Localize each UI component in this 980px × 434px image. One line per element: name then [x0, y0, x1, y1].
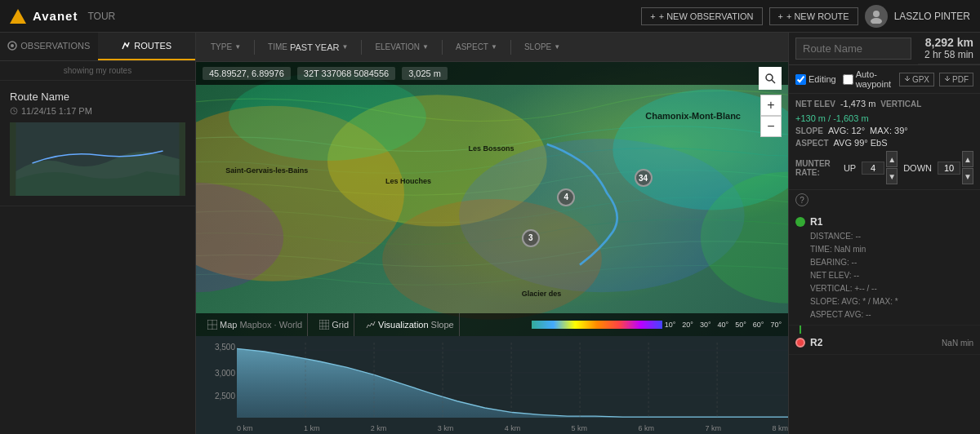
- vertical-label: VERTICAL: [880, 100, 921, 108]
- munter-down-increment[interactable]: ▲: [962, 151, 973, 167]
- waypoint-connector: [800, 326, 801, 334]
- svg-line-6: [14, 111, 16, 112]
- munter-down-input[interactable]: [938, 162, 960, 175]
- munter-down-stepper: ▲ ▼: [938, 151, 973, 184]
- svg-point-0: [873, 11, 880, 17]
- map-area[interactable]: 45.89527, 6.89976 32T 337068 5084556 3,0…: [196, 62, 788, 336]
- slope-label: SLOPE: [795, 126, 823, 135]
- time-filter-button[interactable]: TIME PAST YEAR ▼: [261, 39, 354, 55]
- munter-down-decrement[interactable]: ▼: [962, 168, 973, 184]
- route-marker-4[interactable]: 4: [557, 188, 575, 206]
- auto-waypoint-checkbox[interactable]: Auto-waypoint: [843, 69, 893, 89]
- munter-label: MUNTER RATE:: [795, 159, 840, 177]
- elevation-profile: 3,500 3,000 2,500 0 km 1 km 2 km 3 km 4 …: [196, 336, 788, 434]
- elev-y-3000: 3,000: [196, 369, 235, 378]
- app-tour-label: TOUR: [87, 11, 115, 22]
- munter-up-decrement[interactable]: ▼: [886, 168, 898, 184]
- tab-routes[interactable]: ROUTES: [98, 33, 196, 60]
- zoom-in-button[interactable]: +: [760, 95, 782, 116]
- route-list-item[interactable]: Route Name 11/24/15 1:17 PM: [0, 81, 195, 206]
- r1-bearing: BEARING: --: [810, 256, 973, 269]
- visualization-button[interactable]: Visualization Slope: [361, 313, 460, 336]
- waypoint-r2-label: R2: [810, 337, 822, 348]
- slope-filter-button[interactable]: SLOPE ▼: [518, 39, 567, 55]
- route-metrics: NET ELEV -1,473 m VERTICAL +130 m / -1,6…: [789, 94, 980, 190]
- new-observation-button[interactable]: + + NEW OBSERVATION: [641, 7, 762, 25]
- aspect-filter-button[interactable]: ASPECT ▼: [449, 39, 504, 55]
- filter-divider-2: [361, 40, 362, 55]
- pdf-export-button[interactable]: PDF: [939, 73, 973, 86]
- main-layout: OBSERVATIONS ROUTES showing my routes Ro…: [0, 33, 980, 434]
- waypoint-r2: R2 NaN min: [789, 334, 980, 355]
- center-area: TYPE ▼ TIME PAST YEAR ▼ ELEVATION ▼ ASPE…: [196, 33, 788, 434]
- new-route-label: + NEW ROUTE: [786, 11, 849, 21]
- filter-divider: [254, 40, 255, 55]
- type-filter-button[interactable]: TYPE ▼: [204, 39, 247, 55]
- route-name-section: [789, 33, 918, 64]
- right-panel: 8,292 km 2 hr 58 min Editing Auto-waypoi…: [788, 33, 980, 434]
- coord-latlon: 45.89527, 6.89976: [203, 67, 291, 80]
- slope-max: MAX: 39°: [870, 126, 908, 135]
- munter-up-stepper: ▲ ▼: [862, 151, 898, 184]
- export-buttons: GPX PDF: [899, 73, 973, 86]
- waypoint-r2-header: R2 NaN min: [795, 337, 973, 348]
- filter-divider-3: [442, 40, 443, 55]
- munter-row: MUNTER RATE: UP ▲ ▼ DOWN ▲ ▼: [795, 151, 973, 184]
- vertical-value: +130 m / -1,603 m: [795, 113, 869, 123]
- logo-triangle-icon: [10, 9, 26, 24]
- zoom-out-button[interactable]: −: [760, 116, 782, 137]
- legend-60: 60°: [753, 321, 764, 329]
- map-search-button[interactable]: [759, 67, 782, 90]
- gpx-label: GPX: [912, 75, 929, 84]
- slope-legend-labels: 10° 20° 30° 40° 50° 60° 70°: [665, 321, 782, 329]
- x-label-2: 2 km: [371, 424, 387, 432]
- munter-up-input[interactable]: [862, 162, 884, 175]
- aspect-label: ASPECT: [456, 42, 488, 51]
- svg-point-15: [229, 73, 426, 161]
- map-type-button[interactable]: Map Mapbox · World: [203, 313, 308, 336]
- legend-50: 50°: [735, 321, 746, 329]
- waypoint-r2-dot: [795, 338, 805, 348]
- grid-label: Grid: [332, 320, 349, 330]
- elevation-filter-button[interactable]: ELEVATION ▼: [368, 39, 435, 55]
- map-coord-bar: 45.89527, 6.89976 32T 337068 5084556 3,0…: [196, 62, 788, 85]
- route-marker-34[interactable]: 34: [635, 169, 653, 187]
- legend-40: 40°: [718, 321, 729, 329]
- new-observation-label: + NEW OBSERVATION: [659, 11, 754, 21]
- slope-avg: AVG: 12°: [828, 126, 865, 135]
- grid-button[interactable]: Grid: [314, 313, 354, 336]
- r1-aspect: ASPECT AVG: --: [810, 308, 973, 321]
- svg-rect-21: [319, 320, 329, 330]
- r1-net-elev: NET ELEV: --: [810, 269, 973, 282]
- waypoint-r1-dot: [795, 217, 805, 227]
- net-elev-row: NET ELEV -1,473 m VERTICAL +130 m / -1,6…: [795, 99, 973, 123]
- slope-row: SLOPE AVG: 12° MAX: 39°: [795, 126, 973, 135]
- gpx-export-button[interactable]: GPX: [899, 73, 934, 86]
- route-marker-3[interactable]: 3: [522, 229, 540, 247]
- waypoint-r1-label: R1: [810, 216, 822, 228]
- logo-area: Avanet TOUR: [10, 9, 115, 24]
- x-label-6: 6 km: [639, 424, 655, 432]
- help-icon-button[interactable]: ?: [795, 193, 808, 206]
- x-label-7: 7 km: [705, 424, 721, 432]
- waypoint-r1-header: R1: [795, 216, 973, 228]
- map-bottom-bar: Map Mapbox · World Grid Visualization Sl…: [196, 313, 788, 336]
- map-label: Map: [220, 320, 237, 330]
- route-time: 2 hr 58 min: [924, 49, 973, 60]
- tab-observations[interactable]: OBSERVATIONS: [0, 33, 98, 60]
- editing-checkbox[interactable]: Editing: [795, 74, 836, 85]
- topo-overlay: [196, 62, 788, 336]
- r1-slope: SLOPE: AVG: * / MAX: *: [810, 295, 973, 308]
- waypoint-r1-details: DISTANCE: -- TIME: NaN min BEARING: -- N…: [795, 230, 973, 321]
- route-item-date: 11/24/15 1:17 PM: [10, 106, 185, 116]
- new-route-button[interactable]: + + NEW ROUTE: [769, 7, 858, 25]
- legend-20: 20°: [682, 321, 693, 329]
- sidebar-showing: showing my routes: [0, 61, 195, 81]
- svg-point-3: [11, 44, 14, 47]
- x-label-0: 0 km: [237, 424, 253, 432]
- editing-label: Editing: [808, 74, 836, 84]
- munter-up-increment[interactable]: ▲: [886, 151, 898, 167]
- r1-distance: DISTANCE: --: [810, 230, 973, 243]
- route-name-input[interactable]: [795, 38, 911, 60]
- x-label-4: 4 km: [505, 424, 521, 432]
